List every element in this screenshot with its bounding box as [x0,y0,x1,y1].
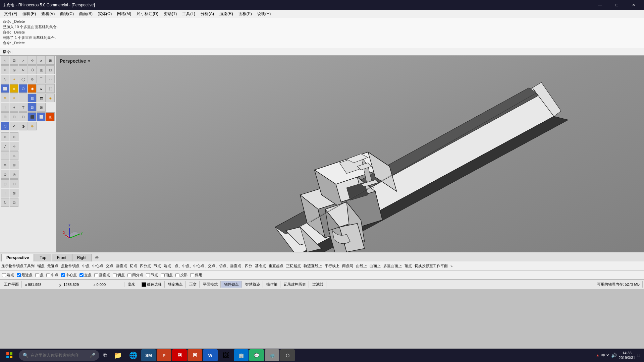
tb-curve4[interactable]: ⊙ [28,75,37,83]
tb-dim1[interactable]: T [1,103,9,112]
add-viewport-tab[interactable]: ⊕ [92,253,102,261]
tb-arc1[interactable]: ⌒ [1,151,9,160]
taskbar-wechat[interactable]: 💬 [249,349,264,361]
viewport-dropdown-arrow[interactable]: ▼ [88,59,91,63]
tb-line2[interactable]: ⊹ [10,142,18,150]
taskbar-app6[interactable]: 网 [187,349,202,361]
line-color[interactable]: 颜色选择 [139,281,165,288]
tb-circ1[interactable]: ⊙ [1,170,9,179]
tb-select2[interactable]: ⊡ [10,56,18,65]
tb-mesh4[interactable]: ⬛ [28,112,37,121]
tb-curve2[interactable]: ✦ [10,75,18,83]
tb-dim3[interactable]: ⊤ [19,103,28,112]
snap-item-23[interactable]: » [450,264,452,268]
snap-item-5[interactable]: 中心点 [92,263,103,268]
snap-item-7[interactable]: 垂直点 [116,263,127,268]
tb-view1[interactable]: ⊕ [1,132,9,141]
taskbar-ppt[interactable]: P [157,349,171,361]
tb-solid3[interactable]: ⋯ [19,94,28,102]
tb-solid5[interactable]: ⬒ [37,94,46,102]
snap-item-10[interactable]: 节点 [154,263,161,268]
snap-item-6[interactable]: 交点 [106,263,113,268]
taskbar-app3[interactable]: SM [141,349,156,361]
osnap-checkbox-投影[interactable] [175,273,179,277]
menu-item-P[interactable]: 面板(P) [236,10,255,17]
taskbar-word[interactable]: W [203,349,218,361]
tb-mesh1[interactable]: ⊞ [1,112,9,121]
taskbar-edge[interactable]: 🌐 [126,349,141,361]
snap-item-11[interactable]: 端点、点、中点、中心点、交点、切点、垂直点、四分 [164,263,252,268]
tb-mesh6[interactable]: ◫ [46,112,55,121]
tb-line1[interactable]: ╱ [1,142,9,150]
workplane-indicator[interactable]: 工作平面 [1,281,22,288]
viewport-tab-front[interactable]: Front [52,254,71,261]
taskbar-rhino[interactable]: 🦏 [265,349,279,361]
taskbar-app8[interactable]: 🏢 [234,349,249,361]
snap-item-12[interactable]: 基准点 [255,263,266,268]
tb-surf2[interactable]: ◈ [10,84,18,93]
command-input[interactable] [12,50,641,54]
osnap-checkbox-四分点[interactable] [127,273,131,277]
snap-item-1[interactable]: 端点 [37,263,45,268]
tb-curve3[interactable]: ◯ [19,75,28,83]
snap-item-16[interactable]: 平行线上 [325,263,339,268]
osnap-checkbox-切点[interactable] [113,273,117,277]
tb-solid1[interactable]: ⊛ [1,94,9,102]
viewport-perspective-label[interactable]: Perspective ▼ [60,58,91,64]
snap-item-18[interactable]: 曲线上 [356,263,367,268]
osnap-checkbox-停用[interactable] [190,273,194,277]
snap-item-0[interactable]: 显示物件锁点工具列 [1,263,35,268]
tb-surf3[interactable]: ⬡ [19,84,28,93]
search-input[interactable] [31,353,88,358]
tb-mesh5[interactable]: ⬜ [37,112,46,121]
object-snap[interactable]: 物件锁点 [221,281,242,288]
snap-item-8[interactable]: 切点 [130,263,137,268]
snap-item-22[interactable]: 切换投影至工作平面 [415,263,448,268]
tb-tool3[interactable]: ↻ [19,65,28,74]
tb-grid[interactable]: ⊞ [46,56,55,65]
snap-item-15[interactable]: 轨迹直线上 [304,263,322,268]
viewport-tab-perspective[interactable]: Perspective [1,254,34,261]
tb-rect1[interactable]: ◻ [1,179,9,188]
osnap-checkbox-垂直点[interactable] [94,273,98,277]
taskbar-app5[interactable]: 网 [172,349,187,361]
tb-view2[interactable]: ⊖ [10,132,18,141]
tb-select[interactable]: ↖ [1,56,9,65]
snap-grid[interactable]: 锁定格点 [165,281,186,288]
tb-mesh3[interactable]: ⊡ [19,112,28,121]
menu-item-C[interactable]: 曲线(C) [57,10,76,17]
snap-item-14[interactable]: 正切起点 [286,263,301,268]
osnap-checkbox-点[interactable] [35,273,39,277]
tb-tool5[interactable]: ◫ [37,65,46,74]
viewport-tab-right[interactable]: Right [72,254,92,261]
tb-curve1[interactable]: ∿ [1,75,9,83]
minimize-button[interactable]: — [592,0,608,10]
tb-pts[interactable]: ⊹ [28,56,37,65]
tb-tool4[interactable]: ⬡ [28,65,37,74]
snap-item-9[interactable]: 四分点 [140,263,151,268]
snap-item-21[interactable]: 顶点 [405,263,412,268]
menu-item-F[interactable]: 文件(F) [1,10,20,17]
menu-item-L[interactable]: 工具(L) [179,10,198,17]
menu-item-E[interactable]: 编辑(E) [20,10,39,17]
tb-dim4[interactable]: ⊡ [28,103,37,112]
menu-item-V[interactable]: 查看(V) [39,10,57,17]
osnap-checkbox-顶点[interactable] [161,273,165,277]
tb-arc2[interactable]: ⌓ [10,151,18,160]
smart-track[interactable]: 智慧轨迹 [243,281,263,288]
menu-item-H[interactable]: 说明(H) [255,10,274,17]
taskview-button[interactable]: ⧉ [101,349,110,361]
viewport-tab-top[interactable]: Top [35,254,51,261]
tb-solid4[interactable]: ▥ [28,94,37,102]
menu-item-S[interactable]: 曲面(S) [76,10,95,17]
osnap-checkbox-节点[interactable] [146,273,150,277]
tray-icons[interactable]: 🔺 中 ✕ [595,353,609,358]
mic-icon[interactable]: 🎤 [90,353,95,358]
tb-dim5[interactable]: ⊠ [37,103,46,112]
tb-solid2[interactable]: ✶ [10,94,18,102]
tb-solid6[interactable]: ◈ [46,94,55,102]
tb-pt1[interactable]: ⊕ [1,161,9,169]
tb-tool2[interactable]: ◎ [10,65,18,74]
viewport-area[interactable]: Perspective ▼ [56,56,644,252]
snap-item-19[interactable]: 曲面上 [370,263,381,268]
